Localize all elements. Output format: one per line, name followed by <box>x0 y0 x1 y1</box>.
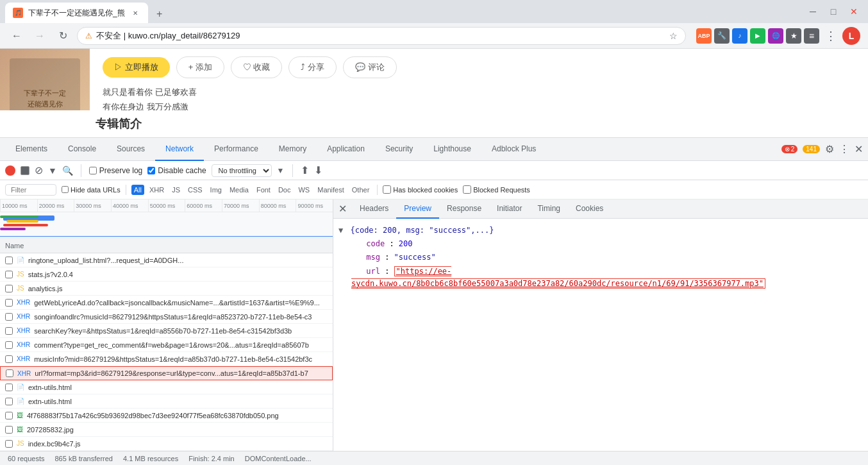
item-checkbox[interactable] <box>5 271 13 278</box>
tab-application[interactable]: Application <box>317 138 375 161</box>
item-checkbox[interactable] <box>5 355 13 363</box>
filter-img[interactable]: Img <box>208 185 224 195</box>
filter-media[interactable]: Media <box>227 185 251 195</box>
comment-button[interactable]: 💬 评论 <box>343 56 397 78</box>
list-item[interactable]: JS index.bc9b4c7.js <box>0 437 333 451</box>
restore-button[interactable]: □ <box>824 3 842 21</box>
play-button[interactable]: ▷ 立即播放 <box>103 57 170 78</box>
item-checkbox[interactable] <box>5 412 13 419</box>
import-button[interactable]: ⬆ <box>301 164 309 176</box>
preserve-log-input[interactable] <box>89 167 97 174</box>
tab-response[interactable]: Response <box>439 199 489 219</box>
ext-abp-icon[interactable]: ABP <box>696 28 712 44</box>
list-item[interactable]: 📄 ringtone_upload_list.html?...request_i… <box>0 253 333 267</box>
filter-doc[interactable]: Doc <box>276 185 294 195</box>
ext-star-icon[interactable]: ★ <box>786 28 801 44</box>
ext-tool-icon[interactable]: 🔧 <box>714 28 730 44</box>
list-item[interactable]: JS analytics.js <box>0 282 333 296</box>
tab-close-button[interactable]: ✕ <box>130 8 140 18</box>
more-options-button[interactable]: ⋮ <box>839 143 849 155</box>
filter-other[interactable]: Other <box>349 185 372 195</box>
item-checkbox[interactable] <box>5 257 13 264</box>
disable-cache-input[interactable] <box>147 167 155 174</box>
item-checkbox[interactable] <box>6 369 13 377</box>
active-tab[interactable]: 🎵 下辈子不一定还能遇见你_熊 ✕ <box>5 3 148 23</box>
item-checkbox[interactable] <box>5 327 13 335</box>
tab-performance[interactable]: Performance <box>204 138 269 161</box>
list-item[interactable]: 📄 extn-utils.html <box>0 394 333 409</box>
item-checkbox[interactable] <box>5 341 13 349</box>
filter-css[interactable]: CSS <box>185 185 205 195</box>
tab-memory[interactable]: Memory <box>269 138 317 161</box>
list-item[interactable]: 🖼 207285832.jpg <box>0 423 333 437</box>
filter-all[interactable]: All <box>131 185 144 195</box>
close-button[interactable]: ✕ <box>845 3 863 21</box>
record-button[interactable] <box>5 165 15 176</box>
tab-network[interactable]: Network <box>155 138 204 161</box>
bookmark-button[interactable]: ☆ <box>669 31 678 41</box>
list-item[interactable]: XHR musicInfo?mid=86279129&httpsStatus=1… <box>0 352 333 366</box>
export-button[interactable]: ⬇ <box>314 164 322 176</box>
list-item[interactable]: 📄 extn-utils.html <box>0 380 333 394</box>
throttle-dropdown[interactable]: ▼ <box>277 166 285 175</box>
stop-button[interactable] <box>21 166 29 175</box>
json-url-value[interactable]: "https://ee-sycdn.kuwo.cn/8b0cb6c8bf60e5… <box>351 266 765 289</box>
filter-manifest[interactable]: Manifest <box>315 185 347 195</box>
tab-timing[interactable]: Timing <box>530 199 568 219</box>
hide-data-urls-checkbox[interactable]: Hide data URLs <box>62 186 121 194</box>
filter-xhr[interactable]: XHR <box>147 185 167 195</box>
has-blocked-checkbox[interactable]: Has blocked cookies <box>383 185 458 194</box>
share-button[interactable]: ⤴ 分享 <box>288 56 337 78</box>
chrome-menu-button[interactable]: ⋮ <box>822 27 840 45</box>
disable-cache-checkbox[interactable]: Disable cache <box>147 166 206 175</box>
item-checkbox[interactable] <box>5 313 13 321</box>
item-checkbox[interactable] <box>5 426 13 434</box>
tab-headers[interactable]: Headers <box>352 199 396 219</box>
tab-cookies[interactable]: Cookies <box>568 199 611 219</box>
tab-sources[interactable]: Sources <box>106 138 155 161</box>
has-blocked-input[interactable] <box>383 185 391 194</box>
list-item[interactable]: XHR getWebLyriceAd.do?callback=jsoncallb… <box>0 296 333 310</box>
tab-lighthouse[interactable]: Lighthouse <box>423 138 481 161</box>
tab-initiator[interactable]: Initiator <box>489 199 530 219</box>
throttle-select[interactable]: No throttling <box>212 164 272 177</box>
ext-globe-icon[interactable]: 🌐 <box>768 28 783 44</box>
preserve-log-checkbox[interactable]: Preserve log <box>89 166 142 175</box>
tab-security[interactable]: Security <box>375 138 423 161</box>
url-bar[interactable]: ⚠ 不安全 | kuwo.cn/play_detail/86279129 ☆ <box>77 27 686 45</box>
profile-button[interactable]: L <box>842 27 860 45</box>
list-item[interactable]: XHR comment?type=get_rec_comment&f=web&p… <box>0 338 333 352</box>
list-item[interactable]: XHR searchKey?key=&httpsStatus=1&reqId=a… <box>0 324 333 338</box>
ext-play-icon[interactable]: ▶ <box>750 28 765 44</box>
filter-input[interactable] <box>5 184 56 196</box>
reload-button[interactable]: ↻ <box>54 27 72 45</box>
item-checkbox[interactable] <box>5 285 13 292</box>
tab-console[interactable]: Console <box>58 138 106 161</box>
search-button[interactable]: 🔍 <box>62 165 73 176</box>
item-checkbox[interactable] <box>5 398 13 405</box>
json-expand-icon[interactable]: ▼ <box>338 226 343 235</box>
item-checkbox[interactable] <box>5 299 13 307</box>
ext-menu-icon[interactable]: ≡ <box>804 28 819 44</box>
list-item-highlighted[interactable]: XHR url?format=mp3&rid=86279129&response… <box>0 366 333 380</box>
filter-ws[interactable]: WS <box>296 185 312 195</box>
minimize-button[interactable]: ─ <box>804 3 822 21</box>
blocked-requests-input[interactable] <box>463 185 471 194</box>
blocked-requests-checkbox[interactable]: Blocked Requests <box>463 185 530 194</box>
filter-font[interactable]: Font <box>254 185 273 195</box>
ext-music-icon[interactable]: ♪ <box>732 28 747 44</box>
tab-preview[interactable]: Preview <box>396 199 439 219</box>
item-checkbox[interactable] <box>5 440 13 448</box>
new-tab-button[interactable]: + <box>151 5 169 23</box>
list-item[interactable]: 🖼 4f768883f75b17a426c95b93692d98bec7d3ee… <box>0 409 333 423</box>
collect-button[interactable]: ♡ 收藏 <box>231 56 283 78</box>
back-button[interactable]: ← <box>8 27 26 45</box>
details-close-button[interactable]: ✕ <box>338 203 347 215</box>
item-checkbox[interactable] <box>5 384 13 391</box>
filter-js[interactable]: JS <box>169 185 183 195</box>
clear-button[interactable]: ⊘ <box>35 164 43 176</box>
add-button[interactable]: + 添加 <box>176 56 224 78</box>
forward-button[interactable]: → <box>31 27 49 45</box>
list-item[interactable]: JS stats.js?v2.0.4 <box>0 267 333 282</box>
settings-button[interactable]: ⚙ <box>825 143 834 155</box>
